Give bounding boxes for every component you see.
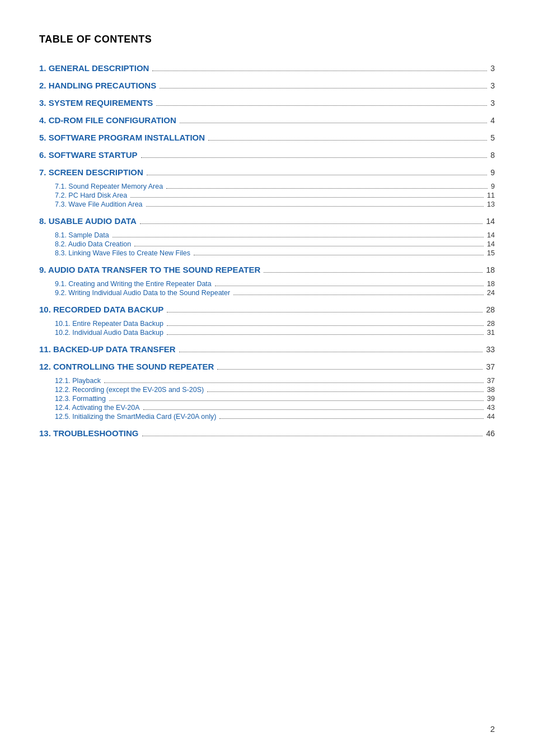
- section-8-sub-2-label: 8.3. Linking Wave Files to Create New Fi…: [55, 249, 190, 257]
- section-12-sub-4-page: 44: [487, 413, 495, 421]
- section-3: 3. SYSTEM REQUIREMENTS3: [39, 98, 495, 108]
- section-10: 10. RECORDED DATA BACKUP2810.1. Entire R…: [39, 305, 495, 337]
- section-9-sub-1-page: 24: [487, 289, 495, 297]
- section-2-label: 2. HANDLING PRECAUTIONS: [39, 81, 156, 90]
- section-2-dots: [160, 88, 487, 88]
- section-1: 1. GENERAL DESCRIPTION3: [39, 63, 495, 73]
- section-8-sub-1[interactable]: 8.2. Audio Data Creation14: [55, 240, 495, 248]
- section-10-sub-1[interactable]: 10.2. Individual Audio Data Backup31: [55, 329, 495, 337]
- section-13-dots: [142, 436, 483, 436]
- section-8-sub-2[interactable]: 8.3. Linking Wave Files to Create New Fi…: [55, 249, 495, 257]
- section-9: 9. AUDIO DATA TRANSFER TO THE SOUND REPE…: [39, 265, 495, 297]
- section-7-sub-2[interactable]: 7.3. Wave File Audition Area13: [55, 200, 495, 208]
- section-12-sub-0-dots: [104, 382, 484, 383]
- section-10-page: 28: [486, 305, 495, 314]
- section-11-label: 11. BACKED-UP DATA TRANSFER: [39, 344, 176, 354]
- section-11-dots: [179, 352, 483, 352]
- section-7-sub-0-dots: [166, 188, 488, 189]
- section-7-page: 9: [490, 168, 495, 177]
- section-10-sub-0[interactable]: 10.1. Entire Repeater Data Backup28: [55, 320, 495, 328]
- page-number: 2: [490, 724, 495, 734]
- section-10-sub-1-dots: [167, 334, 484, 335]
- section-13-main-entry[interactable]: 13. TROUBLESHOOTING46: [39, 428, 495, 438]
- section-12-sub-1[interactable]: 12.2. Recording (except the EV-20S and S…: [55, 386, 495, 394]
- section-12-main-entry[interactable]: 12. CONTROLLING THE SOUND REPEATER37: [39, 362, 495, 371]
- section-9-label: 9. AUDIO DATA TRANSFER TO THE SOUND REPE…: [39, 265, 260, 274]
- section-7-main-entry[interactable]: 7. SCREEN DESCRIPTION9: [39, 167, 495, 177]
- page-title: TABLE OF CONTENTS: [39, 34, 495, 45]
- section-12-sub-4[interactable]: 12.5. Initializing the SmartMedia Card (…: [55, 413, 495, 421]
- section-7-sub-2-label: 7.3. Wave File Audition Area: [55, 200, 143, 208]
- section-2-page: 3: [490, 81, 495, 90]
- section-7-sub-1[interactable]: 7.2. PC Hard Disk Area11: [55, 192, 495, 199]
- section-6-label: 6. SOFTWARE STARTUP: [39, 150, 138, 160]
- section-6-page: 8: [490, 151, 495, 160]
- section-9-sub-0-label: 9.1. Creating and Writing the Entire Rep…: [55, 280, 212, 288]
- section-12: 12. CONTROLLING THE SOUND REPEATER3712.1…: [39, 362, 495, 421]
- section-9-sub-0[interactable]: 9.1. Creating and Writing the Entire Rep…: [55, 280, 495, 288]
- section-7-sub-1-page: 11: [487, 192, 495, 199]
- section-12-sub-2-page: 39: [487, 395, 495, 403]
- section-9-dots: [264, 272, 483, 273]
- section-12-sub-3-dots: [143, 409, 484, 410]
- section-12-label: 12. CONTROLLING THE SOUND REPEATER: [39, 362, 214, 371]
- section-10-sub-1-label: 10.2. Individual Audio Data Backup: [55, 329, 163, 337]
- section-7: 7. SCREEN DESCRIPTION97.1. Sound Repeate…: [39, 167, 495, 208]
- toc-container: 1. GENERAL DESCRIPTION32. HANDLING PRECA…: [39, 63, 495, 438]
- section-7-sub-0[interactable]: 7.1. Sound Repeater Memory Area9: [55, 183, 495, 190]
- section-9-sub-0-dots: [215, 286, 484, 286]
- section-9-main-entry[interactable]: 9. AUDIO DATA TRANSFER TO THE SOUND REPE…: [39, 265, 495, 274]
- section-12-sub-2-dots: [109, 400, 484, 401]
- section-12-sub-1-page: 38: [487, 386, 495, 394]
- section-7-sub-2-page: 13: [487, 200, 495, 208]
- section-13-page: 46: [486, 429, 495, 438]
- section-1-main-entry[interactable]: 1. GENERAL DESCRIPTION3: [39, 63, 495, 73]
- section-12-page: 37: [486, 362, 495, 371]
- section-5-main-entry[interactable]: 5. SOFTWARE PROGRAM INSTALLATION5: [39, 133, 495, 142]
- section-12-sub-0[interactable]: 12.1. Playback37: [55, 377, 495, 385]
- section-8-sub-0-page: 14: [487, 231, 495, 239]
- section-8-sub-2-page: 15: [487, 249, 495, 257]
- section-5-label: 5. SOFTWARE PROGRAM INSTALLATION: [39, 133, 205, 142]
- section-8-sub-1-label: 8.2. Audio Data Creation: [55, 240, 131, 248]
- section-12-sub-4-label: 12.5. Initializing the SmartMedia Card (…: [55, 413, 216, 421]
- section-8: 8. USABLE AUDIO DATA148.1. Sample Data14…: [39, 216, 495, 257]
- section-8-sub-0[interactable]: 8.1. Sample Data14: [55, 231, 495, 239]
- section-8-sub-0-label: 8.1. Sample Data: [55, 231, 109, 239]
- section-12-sub-3-page: 43: [487, 404, 495, 412]
- section-4-dots: [180, 123, 487, 123]
- section-12-sub-2[interactable]: 12.3. Formatting39: [55, 395, 495, 403]
- section-2-main-entry[interactable]: 2. HANDLING PRECAUTIONS3: [39, 81, 495, 90]
- section-4-page: 4: [490, 116, 495, 125]
- section-9-sub-entries: 9.1. Creating and Writing the Entire Rep…: [55, 280, 495, 297]
- section-10-main-entry[interactable]: 10. RECORDED DATA BACKUP28: [39, 305, 495, 314]
- section-7-dots: [147, 175, 487, 175]
- section-3-page: 3: [490, 99, 495, 108]
- section-4-label: 4. CD-ROM FILE CONFIGURATION: [39, 115, 176, 125]
- section-6-main-entry[interactable]: 6. SOFTWARE STARTUP8: [39, 150, 495, 160]
- section-8-sub-2-dots: [194, 255, 484, 255]
- section-6: 6. SOFTWARE STARTUP8: [39, 150, 495, 160]
- section-12-sub-1-label: 12.2. Recording (except the EV-20S and S…: [55, 386, 204, 394]
- section-12-sub-3[interactable]: 12.4. Activating the EV-20A43: [55, 404, 495, 412]
- section-13-label: 13. TROUBLESHOOTING: [39, 428, 139, 438]
- section-3-label: 3. SYSTEM REQUIREMENTS: [39, 98, 153, 108]
- section-5-page: 5: [490, 133, 495, 142]
- section-13: 13. TROUBLESHOOTING46: [39, 428, 495, 438]
- section-8-main-entry[interactable]: 8. USABLE AUDIO DATA14: [39, 216, 495, 226]
- section-9-sub-1[interactable]: 9.2. Writing Individual Audio Data to th…: [55, 289, 495, 297]
- section-10-label: 10. RECORDED DATA BACKUP: [39, 305, 163, 314]
- section-7-sub-1-dots: [130, 197, 484, 198]
- section-7-sub-2-dots: [146, 206, 484, 207]
- section-10-dots: [167, 312, 483, 312]
- section-12-sub-2-label: 12.3. Formatting: [55, 395, 106, 403]
- section-11-page: 33: [486, 345, 495, 354]
- section-12-sub-0-label: 12.1. Playback: [55, 377, 101, 385]
- section-8-sub-entries: 8.1. Sample Data148.2. Audio Data Creati…: [55, 231, 495, 257]
- section-4-main-entry[interactable]: 4. CD-ROM FILE CONFIGURATION4: [39, 115, 495, 125]
- section-3-main-entry[interactable]: 3. SYSTEM REQUIREMENTS3: [39, 98, 495, 108]
- section-8-sub-1-dots: [134, 246, 484, 246]
- section-11-main-entry[interactable]: 11. BACKED-UP DATA TRANSFER33: [39, 344, 495, 354]
- section-12-sub-entries: 12.1. Playback3712.2. Recording (except …: [55, 377, 495, 421]
- section-10-sub-0-dots: [167, 325, 484, 326]
